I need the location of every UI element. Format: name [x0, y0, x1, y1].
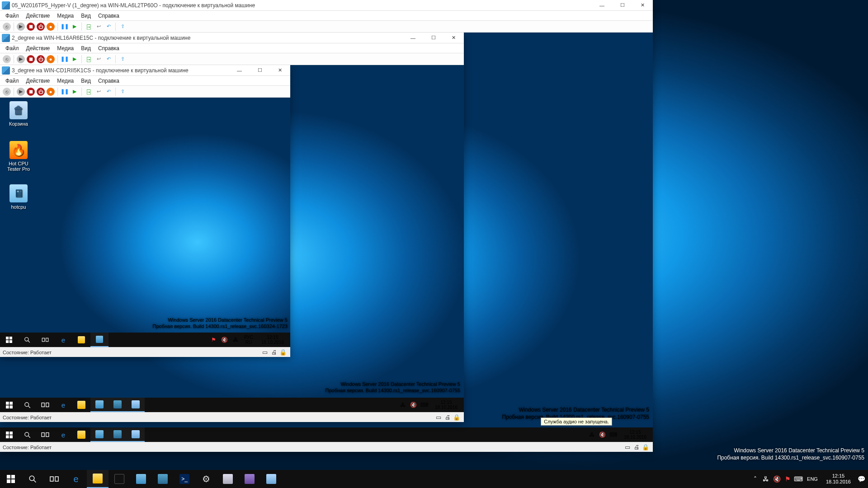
taskbar-server-mgr[interactable] [90, 398, 108, 412]
enhanced-session-button[interactable]: ↶ [104, 55, 113, 63]
taskview-button[interactable] [36, 398, 54, 412]
start-button[interactable] [0, 333, 18, 347]
desktop-icon-recycle-bin[interactable]: 🗑 Корзина [3, 101, 34, 127]
lock-icon[interactable]: 🔒 [279, 349, 287, 356]
taskview-button[interactable] [36, 427, 54, 442]
search-button[interactable] [18, 427, 36, 442]
taskbar-app-2[interactable] [239, 470, 260, 488]
lock-icon[interactable]: 🔒 [453, 414, 460, 421]
lock-icon[interactable]: 🔒 [642, 444, 649, 451]
vm1-titlebar[interactable]: 05_W2016TP5_Hyper-V (1_degree) на WIN-ML… [0, 0, 653, 11]
taskbar-hyperv-mgr[interactable] [108, 398, 127, 412]
close-button[interactable]: ✕ [270, 65, 290, 76]
start-button[interactable] [0, 470, 22, 488]
minimize-button[interactable]: — [403, 33, 423, 43]
checkpoint-button[interactable]: ⍈ [85, 23, 93, 31]
menu-help[interactable]: Справка [94, 12, 123, 20]
turnoff-vm-button[interactable]: ◼ [27, 23, 35, 31]
taskbar-hyperv-mgr[interactable] [152, 470, 174, 488]
start-button[interactable] [0, 427, 18, 442]
revert-button[interactable]: ↩ [94, 55, 103, 63]
menu-action[interactable]: Действие [23, 77, 54, 85]
menu-action[interactable]: Действие [23, 44, 54, 52]
start-vm-button[interactable]: ▶ [17, 55, 25, 63]
turnoff-vm-button[interactable]: ◼ [27, 88, 35, 96]
taskbar-edge[interactable]: e [65, 470, 87, 488]
taskbar-cmd[interactable] [108, 470, 130, 488]
tray-flag-icon[interactable]: ⚑ [783, 475, 792, 483]
display-config-icon[interactable]: ▭ [624, 444, 631, 451]
taskbar-hyperv-mgr[interactable] [108, 427, 127, 442]
desktop-icon-hotcpu-tester-pro[interactable]: 🔥 Hot CPU Tester Pro [3, 141, 34, 172]
tray-lang[interactable]: ENG [805, 476, 820, 482]
search-button[interactable] [18, 333, 36, 347]
reset-vm-button[interactable]: ▶ [71, 88, 79, 96]
minimize-button[interactable]: — [229, 65, 250, 76]
vm3-titlebar[interactable]: 3_degree на WIN-CD1RII5K1CS - подключени… [0, 65, 290, 76]
reset-vm-button[interactable]: ▶ [71, 23, 79, 31]
tray-keyboard-icon[interactable]: ⌨ [420, 401, 429, 409]
speaker-icon[interactable]: 🖨 [270, 349, 278, 356]
taskbar-explorer[interactable] [72, 333, 90, 347]
menu-file[interactable]: Файл [2, 12, 23, 20]
ctrl-alt-del-button[interactable]: ⎋ [3, 88, 11, 96]
tray-network-icon[interactable]: 🖧 [762, 475, 770, 483]
taskbar-server-mgr[interactable] [90, 427, 108, 442]
ctrl-alt-del-button[interactable]: ⎋ [3, 23, 11, 31]
menu-view[interactable]: Вид [77, 12, 94, 20]
share-button[interactable]: ⇪ [118, 55, 127, 63]
taskbar-server-mgr[interactable] [130, 470, 152, 488]
checkpoint-button[interactable]: ⍈ [85, 55, 93, 63]
vm2-guest-desktop[interactable]: Windows Server 2016 Datacenter Technical… [0, 65, 464, 412]
ctrl-alt-del-button[interactable]: ⎋ [3, 55, 11, 63]
maximize-button[interactable]: ☐ [250, 65, 270, 76]
minimize-button[interactable]: — [592, 0, 612, 11]
taskbar-explorer[interactable] [72, 398, 90, 412]
maximize-button[interactable]: ☐ [423, 33, 443, 43]
taskbar-vmconnect[interactable] [127, 398, 145, 412]
shutdown-vm-button[interactable]: ⏻ [37, 88, 45, 96]
tray-chevron-icon[interactable]: ˄ [751, 475, 759, 483]
close-button[interactable]: ✕ [443, 33, 464, 43]
pause-vm-button[interactable]: ❚❚ [61, 88, 69, 96]
shutdown-vm-button[interactable]: ⏻ [37, 23, 45, 31]
maximize-button[interactable]: ☐ [612, 0, 632, 11]
menu-media[interactable]: Медиа [53, 77, 77, 85]
taskview-button[interactable] [36, 333, 54, 347]
tray-network-icon[interactable]: 🖧 [588, 431, 596, 439]
menu-view[interactable]: Вид [77, 44, 94, 52]
revert-button[interactable]: ↩ [94, 88, 103, 96]
tray-network-icon[interactable]: 🖧 [399, 401, 407, 409]
taskbar-explorer[interactable] [87, 470, 108, 488]
search-button[interactable] [18, 398, 36, 412]
tray-audio-muted-icon[interactable]: 🔇 [773, 475, 781, 483]
search-button[interactable] [22, 470, 43, 488]
menu-media[interactable]: Медиа [53, 12, 77, 20]
taskbar-app-3[interactable] [260, 470, 282, 488]
revert-button[interactable]: ↩ [94, 23, 103, 31]
speaker-icon[interactable]: 🖨 [633, 444, 640, 451]
tray-notifications-icon[interactable]: 💬 [857, 475, 865, 483]
pause-vm-button[interactable]: ❚❚ [61, 23, 69, 31]
menu-file[interactable]: Файл [2, 77, 23, 85]
share-button[interactable]: ⇪ [118, 23, 127, 31]
tray-audio-muted-icon[interactable]: 🔇 [599, 431, 607, 439]
tray-audio-muted-icon[interactable]: 🔇 [410, 401, 418, 409]
tray-keyboard-icon[interactable]: ⌨ [609, 431, 618, 439]
display-config-icon[interactable]: ▭ [261, 349, 269, 356]
taskbar-vmconnect[interactable] [127, 427, 145, 442]
tray-network-icon[interactable]: 🖧 [231, 336, 240, 344]
vm1-guest-desktop[interactable]: Windows Server 2016 Datacenter Technical… [0, 33, 653, 442]
enhanced-session-button[interactable]: ↶ [104, 88, 113, 96]
taskbar-edge[interactable]: e [54, 398, 72, 412]
taskbar-edge[interactable]: e [54, 333, 72, 347]
tray-audio-muted-icon[interactable]: 🔇 [221, 336, 229, 344]
taskbar-app-1[interactable] [217, 470, 239, 488]
save-vm-button[interactable]: ● [47, 23, 55, 31]
display-config-icon[interactable]: ▭ [435, 414, 442, 421]
shutdown-vm-button[interactable]: ⏻ [37, 55, 45, 63]
menu-view[interactable]: Вид [77, 77, 94, 85]
vm3-guest-desktop[interactable]: 🗑 Корзина 🔥 Hot CPU Tester Pro 🖥 hotcpu [0, 98, 290, 347]
desktop-icon-hotcpu[interactable]: 🖥 hotcpu [3, 184, 34, 210]
taskbar-server-mgr[interactable] [90, 333, 108, 347]
